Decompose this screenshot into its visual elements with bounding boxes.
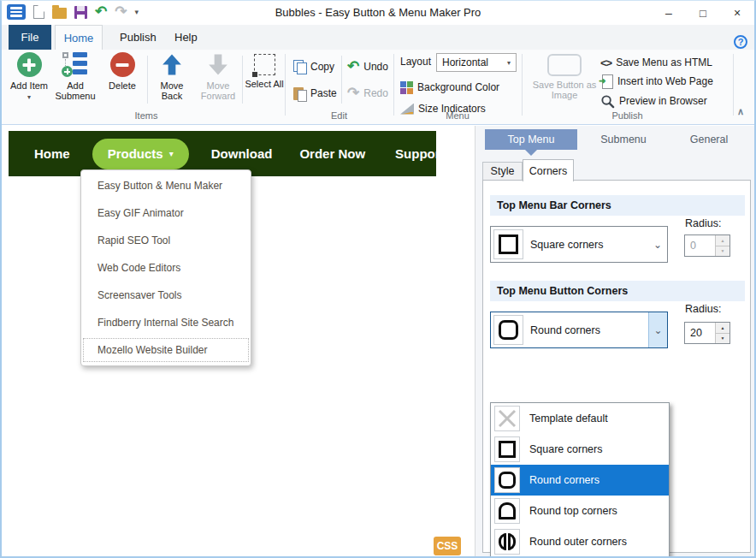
add-item-icon [17,52,42,77]
help-icon[interactable]: ? [734,35,747,49]
round-top-corners-icon [494,498,520,524]
corner-option-round[interactable]: Round corners [491,465,669,496]
redo-label: Redo [363,87,388,99]
tab-help[interactable]: Help [162,25,210,50]
delete-label: Delete [101,80,144,91]
ribbon-tab-row: File Home Publish Help [2,25,754,50]
open-folder-icon[interactable] [52,8,67,19]
square-corners-icon [494,436,520,462]
subtab-style[interactable]: Style [482,162,523,181]
preview-item-order-now[interactable]: Order Now [299,146,365,161]
collapse-ribbon-icon[interactable]: ∧ [737,106,744,117]
dropdown-item[interactable]: Web Code Editors [81,254,251,282]
new-file-icon[interactable] [33,5,44,19]
save-button-as-image-icon [547,54,582,76]
title-bar: ↶ ↷ ▾ Bubbles - Easy Button & Menu Maker… [2,1,754,25]
undo-button[interactable]: ↶ Undo [347,58,388,75]
customize-toolbar-caret-icon[interactable]: ▾ [135,8,139,16]
layout-select[interactable]: Horizontal ▾ [436,53,517,72]
corner-option-round-outer[interactable]: Round outer corners [491,526,669,557]
preview-item-home[interactable]: Home [34,146,70,161]
paste-icon [293,86,306,101]
paste-button[interactable]: Paste [293,85,337,102]
css-badge: CSS [434,537,461,555]
web-page-icon [600,74,613,88]
layout-value: Horizontal [442,56,507,68]
delete-button[interactable]: Delete [101,52,144,109]
tab-file[interactable]: File [9,25,51,50]
tab-publish[interactable]: Publish [108,25,168,50]
window-controls: – □ × [652,1,754,25]
add-submenu-button[interactable]: Add Submenu [51,52,99,109]
select-all-label: Select All [245,79,284,89]
copy-button[interactable]: Copy [293,58,334,75]
copy-icon [293,60,306,74]
button-radius-spinner[interactable]: 20 ▲ ▼ [684,322,730,344]
button-corners-value: Round corners [523,324,648,336]
preview-in-browser-label: Preview in Browser [619,95,707,107]
bar-corners-header: Top Menu Bar Corners [490,195,745,216]
corner-options-dropdown: Template default Square corners Round co… [490,402,670,558]
dropdown-item[interactable]: Screensaver Tools [81,282,251,309]
preview-item-download[interactable]: Download [211,146,273,161]
save-icon[interactable] [74,6,87,19]
select-all-button[interactable]: Select All [245,52,284,109]
bar-radius-spinner: 0 ▲ ▼ [684,234,730,257]
corner-option-round-top[interactable]: Round top corners [491,496,669,526]
products-dropdown: Easy Button & Menu Maker Easy GIF Animat… [80,169,251,366]
square-corners-icon [493,229,523,259]
app-menu-icon[interactable] [7,4,26,20]
tab-general[interactable]: General [670,129,748,150]
save-menu-as-html-label: Save Menu as HTML [616,56,712,68]
publish-group-label: Publish [522,110,733,121]
preview-in-browser-button[interactable]: Preview in Browser [600,92,707,110]
add-item-button[interactable]: Add Item ▾ [9,52,50,109]
add-submenu-icon [62,52,89,77]
button-radius-value: 20 [685,323,715,343]
save-menu-as-html-button[interactable]: <> Save Menu as HTML [600,54,712,71]
bar-corners-select[interactable]: Square corners ⌄ [490,226,668,263]
maximize-button[interactable]: □ [686,1,720,25]
spin-down-icon[interactable]: ▼ [716,334,729,344]
undo-arrow-icon: ↶ [347,60,359,74]
close-button[interactable]: × [720,1,754,25]
minimize-button[interactable]: – [652,1,686,25]
spin-up-icon[interactable]: ▲ [716,323,729,334]
move-forward-label: Move Forward [195,80,241,101]
button-corners-select[interactable]: Round corners ⌄ [490,312,668,348]
app-window: ↶ ↷ ▾ Bubbles - Easy Button & Menu Maker… [0,0,756,558]
quick-access-toolbar: ↶ ↷ ▾ [7,4,139,20]
preview-item-support[interactable]: Support [395,146,445,161]
chevron-down-icon[interactable]: ⌄ [648,312,667,347]
dropdown-item[interactable]: Findberry Internal Site Search [81,309,251,336]
spin-up-icon: ▲ [716,235,729,246]
insert-into-web-page-button[interactable]: Insert into Web Page [600,73,713,90]
undo-icon[interactable]: ↶ [95,5,107,19]
ribbon: Add Item ▾ Add Submenu Delete Move Back … [2,50,754,125]
tab-top-menu[interactable]: Top Menu [485,129,577,150]
magnifier-icon [600,94,615,109]
background-color-button[interactable]: Background Color [400,79,499,96]
delete-icon [110,52,135,77]
undo-label: Undo [363,61,388,73]
add-submenu-label: Add Submenu [51,80,99,101]
tab-home[interactable]: Home [55,25,103,50]
move-forward-icon [207,52,229,77]
select-all-icon [254,54,275,75]
dropdown-item[interactable]: Mozello Website Builder [81,336,251,364]
dropdown-item[interactable]: Easy Button & Menu Maker [81,172,251,199]
dropdown-item[interactable]: Easy GIF Animator [81,199,251,227]
edit-group-label: Edit [285,110,393,121]
preview-item-products[interactable]: Products ▾ [92,139,189,169]
corner-option-square[interactable]: Square corners [491,434,669,465]
tab-submenu[interactable]: Submenu [577,129,670,150]
items-group-label: Items [9,110,284,121]
subtab-corners[interactable]: Corners [523,159,574,181]
move-back-button[interactable]: Move Back [151,52,193,109]
corner-option-template-default[interactable]: Template default [491,403,669,434]
save-button-as-image-button: Save Button as Image [532,54,597,110]
dropdown-item[interactable]: Rapid SEO Tool [81,227,251,254]
products-label: Products [108,146,163,161]
round-corners-icon [493,315,523,345]
redo-arrow-icon: ↷ [347,86,359,100]
